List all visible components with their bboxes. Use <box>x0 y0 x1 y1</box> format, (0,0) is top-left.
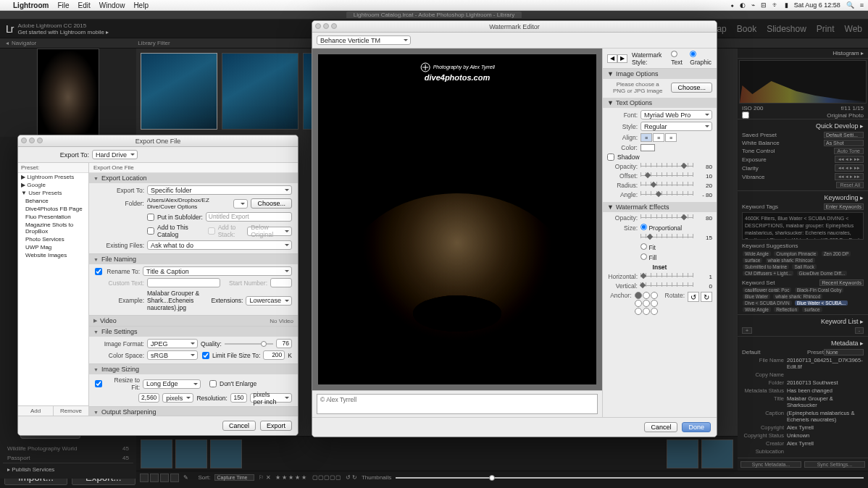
remove-keyword-button[interactable]: - <box>855 327 864 334</box>
preset-item[interactable]: Website Images <box>18 251 88 259</box>
keyword-tags-field[interactable]: 4600K Filters, Blue Water < SCUBA DIVING… <box>742 212 864 240</box>
resolution-input[interactable]: 150 <box>230 393 247 403</box>
watermark-preview-image[interactable]: Photography by Alex Tyrrell dive4photos.… <box>318 54 596 384</box>
meta-default[interactable]: Default <box>742 349 760 356</box>
watermark-dialog-titlebar[interactable]: Watermark Editor <box>312 21 717 33</box>
keyword-chip[interactable]: Wide Angle <box>743 307 771 312</box>
export-dialog-titlebar[interactable]: Export One File <box>18 135 298 147</box>
watermark-text-input[interactable]: © Alex Tyrrell <box>317 394 598 414</box>
flag-icons[interactable]: ⚐ ✕ <box>259 474 270 481</box>
limit-filesize-input[interactable]: 200 <box>263 350 285 360</box>
font-select[interactable]: Myriad Web Pro <box>640 110 712 119</box>
metadata-value[interactable]: 20160713_084251__D7K3965-Edit.tif <box>787 357 864 370</box>
add-preset-button[interactable]: Add <box>18 406 54 416</box>
size-input[interactable]: 2,560 <box>138 393 159 403</box>
size-proportional-radio[interactable]: Proportional <box>640 224 682 232</box>
extension-case-select[interactable]: Lowercase <box>246 296 292 306</box>
menu-help[interactable]: Help <box>133 1 149 9</box>
rating-stars[interactable]: ★★★★★ <box>275 474 308 481</box>
filmstrip-thumbnail[interactable] <box>701 439 733 468</box>
colorspace-select[interactable]: sRGB <box>147 350 198 360</box>
thumbnail-size-slider[interactable] <box>396 474 864 482</box>
keyword-chip[interactable]: Zen 200 DP <box>822 251 851 256</box>
module-slideshow[interactable]: Slideshow <box>767 24 806 34</box>
keyword-list-header[interactable]: Keyword List ▸ <box>742 316 864 327</box>
anchor-grid[interactable] <box>635 292 658 315</box>
keyword-chip[interactable]: Submitted to Marine <box>743 264 789 269</box>
section-image-options[interactable]: ▼Image Options <box>603 69 717 79</box>
keyword-chip[interactable]: Reflection <box>774 307 799 312</box>
menu-edit[interactable]: Edit <box>78 1 91 9</box>
subfolder-input[interactable]: Untitled Export <box>206 212 292 222</box>
filmstrip-thumbnail[interactable] <box>141 439 172 468</box>
section-text-options[interactable]: ▼Text Options <box>603 98 717 108</box>
next-image-button[interactable]: ▶ <box>617 54 627 63</box>
export-to-select[interactable]: Hard Drive <box>92 150 138 159</box>
section-file-naming[interactable]: ▼File Naming <box>89 254 298 264</box>
window-controls[interactable] <box>21 138 43 143</box>
keyword-chip[interactable]: surface <box>802 307 822 312</box>
align-center-icon[interactable]: ≡ <box>653 133 664 142</box>
quality-value[interactable]: 76 <box>276 339 292 348</box>
keyword-chip[interactable]: whale shark: Rhincod <box>773 294 822 299</box>
value[interactable]: 10 <box>696 173 712 180</box>
module-print[interactable]: Print <box>817 24 835 34</box>
qd-autotone-button[interactable]: Auto Tone <box>834 148 864 154</box>
minimize-icon[interactable] <box>29 138 35 143</box>
qd-stepper[interactable]: ◂◂ ◂ ▸ ▸▸ <box>835 173 864 180</box>
resize-checkbox[interactable] <box>95 380 102 387</box>
module-book[interactable]: Book <box>737 24 756 34</box>
filmstrip-thumbnail[interactable] <box>667 439 698 468</box>
zoom-icon[interactable] <box>37 138 43 143</box>
mac-menubar[interactable]: Lightroom File Edit Window Help ⬥ ◐ ⌁ ⊟ … <box>0 0 868 11</box>
choose-folder-button[interactable]: Choose... <box>251 198 292 209</box>
filmstrip-thumbnail[interactable] <box>175 439 207 468</box>
value[interactable]: 80 <box>696 215 712 222</box>
quick-develop-header[interactable]: Quick Develop ▸ <box>742 121 864 131</box>
font-style-select[interactable]: Regular <box>640 122 712 131</box>
keyword-chip[interactable]: CM Diffusers + Light... <box>743 271 793 276</box>
value[interactable]: 0 <box>696 283 712 290</box>
sort-select[interactable]: Capture Time <box>214 474 254 481</box>
close-icon[interactable] <box>21 138 27 143</box>
navigator-preview[interactable] <box>0 49 136 137</box>
shadow-offset-slider[interactable] <box>640 172 693 180</box>
start-number-input[interactable] <box>270 278 292 287</box>
inset-horizontal-slider[interactable] <box>640 273 693 280</box>
keyword-chip[interactable]: Black-Fin Coral Goby <box>795 287 844 293</box>
inset-vertical-slider[interactable] <box>640 282 693 290</box>
color-labels[interactable]: ▢▢▢▢▢ <box>312 474 341 481</box>
section-video[interactable]: ▶VideoNo Video <box>89 316 298 326</box>
rename-checkbox[interactable] <box>95 268 102 275</box>
section-image-sizing[interactable]: ▼Image Sizing <box>89 364 298 374</box>
rotate-ccw-icon[interactable]: ↺ <box>688 292 699 302</box>
original-photo-checkbox[interactable] <box>742 112 749 119</box>
watermark-done-button[interactable]: Done <box>682 422 711 432</box>
remove-preset-button[interactable]: Remove <box>54 406 88 416</box>
app-menu-name[interactable]: Lightroom <box>13 1 49 9</box>
shadow-angle-slider[interactable] <box>640 191 693 198</box>
keyword-chip[interactable]: Blue Water < SCUBA... <box>795 300 848 306</box>
preset-group[interactable]: ▶ Lightroom Presets <box>18 173 88 181</box>
value[interactable]: 80 <box>696 164 712 170</box>
preset-group[interactable]: ▼ User Presets <box>18 189 88 197</box>
shadow-opacity-slider[interactable] <box>640 163 693 170</box>
quality-slider[interactable] <box>225 340 273 348</box>
close-icon[interactable] <box>315 23 321 29</box>
rotate-cw-icon[interactable]: ↻ <box>701 292 712 302</box>
grid-thumbnail[interactable] <box>141 53 217 130</box>
value[interactable]: 15 <box>696 235 712 241</box>
rename-template-select[interactable]: Title & Caption <box>143 266 292 276</box>
choose-image-button[interactable]: Choose... <box>671 83 712 93</box>
metadata-value[interactable] <box>787 448 864 455</box>
style-graphic-radio[interactable]: Graphic <box>690 51 712 66</box>
keyword-chip[interactable]: Blue Water <box>743 294 770 299</box>
metadata-value[interactable] <box>787 371 864 378</box>
sync-metadata-button[interactable]: Sync Metadata... <box>740 461 801 468</box>
keyword-mode-select[interactable]: Enter Keywords <box>824 203 864 210</box>
subfolder-checkbox[interactable] <box>147 214 154 221</box>
menu-window[interactable]: Window <box>99 1 125 9</box>
menu-file[interactable]: File <box>57 1 69 9</box>
qd-preset-select[interactable]: Default Setti... <box>824 132 864 138</box>
style-text-radio[interactable]: Text <box>671 51 685 66</box>
